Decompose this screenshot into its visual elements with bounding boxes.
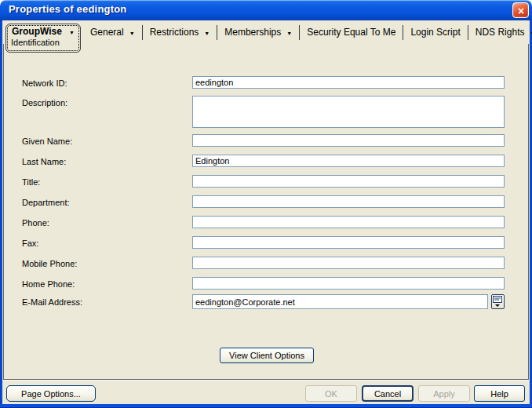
field-label-mobile-phone: Mobile Phone: xyxy=(22,259,77,268)
fax-input[interactable] xyxy=(192,236,505,249)
panel-divider-highlight xyxy=(3,380,529,381)
properties-dialog: Properties of eedington × GroupWise ▼ Id… xyxy=(0,0,532,408)
tab-nds-rights[interactable]: NDS Rights ▼ xyxy=(468,27,532,38)
close-icon: × xyxy=(518,5,524,17)
email-options-button[interactable] xyxy=(491,294,505,309)
page-options-button[interactable]: Page Options... xyxy=(6,385,96,402)
tab-general[interactable]: General ▼ xyxy=(83,27,142,38)
tab-security-equal-to-me-label: Security Equal To Me xyxy=(307,27,395,38)
window-frame-left xyxy=(0,20,2,408)
field-label-title: Title: xyxy=(22,177,40,187)
tab-groupwise-label: GroupWise xyxy=(12,26,62,37)
tab-groupwise[interactable]: GroupWise ▼ Identification xyxy=(5,24,81,53)
field-label-given-name: Given Name: xyxy=(22,137,72,146)
tab-login-script-label: Login Script xyxy=(410,27,460,38)
window-title: Properties of eedington xyxy=(9,3,127,15)
mobile-phone-input[interactable] xyxy=(192,257,505,269)
tab-security-equal-to-me[interactable]: Security Equal To Me xyxy=(300,27,403,38)
field-label-home-phone: Home Phone: xyxy=(22,279,75,289)
chevron-down-icon: ▼ xyxy=(129,31,135,36)
tab-memberships-label: Memberships xyxy=(224,27,281,38)
tab-restrictions-label: Restrictions xyxy=(150,27,199,38)
tab-strip: General ▼ Restrictions ▼ Memberships ▼ S… xyxy=(83,24,529,41)
tab-sublabel-identification: Identification xyxy=(10,38,76,47)
home-phone-input[interactable] xyxy=(192,277,505,290)
titlebar[interactable]: Properties of eedington × xyxy=(0,0,532,20)
chevron-down-icon: ▼ xyxy=(69,30,75,35)
tab-login-script[interactable]: Login Script xyxy=(403,27,467,38)
chevron-down-icon: ▼ xyxy=(286,31,292,36)
field-label-last-name: Last Name: xyxy=(22,157,66,166)
given-name-input[interactable] xyxy=(192,134,505,147)
tab-restrictions[interactable]: Restrictions ▼ xyxy=(143,27,217,38)
department-input[interactable] xyxy=(192,195,505,208)
email-address-input[interactable] xyxy=(192,294,488,309)
field-label-network-id: Network ID: xyxy=(22,78,67,88)
last-name-input[interactable] xyxy=(192,155,505,167)
field-label-department: Department: xyxy=(22,198,70,207)
view-client-options-button[interactable]: View Client Options xyxy=(220,348,314,363)
window-frame-bottom xyxy=(0,404,532,408)
field-label-fax: Fax: xyxy=(22,239,38,248)
network-id-input[interactable] xyxy=(192,76,505,89)
help-button[interactable]: Help xyxy=(474,385,525,402)
tab-general-label: General xyxy=(90,27,124,38)
field-label-phone: Phone: xyxy=(22,218,49,228)
close-button[interactable]: × xyxy=(512,2,529,18)
cancel-button[interactable]: Cancel xyxy=(362,385,414,402)
field-label-description: Description: xyxy=(22,98,67,107)
title-input[interactable] xyxy=(192,175,505,188)
tab-nds-rights-label: NDS Rights xyxy=(476,27,525,38)
apply-button[interactable]: Apply xyxy=(418,385,470,402)
page-panel xyxy=(3,44,529,380)
field-label-email-address: E-Mail Address: xyxy=(22,297,82,307)
list-dropdown-icon xyxy=(493,296,503,308)
tab-memberships[interactable]: Memberships ▼ xyxy=(217,27,299,38)
phone-input[interactable] xyxy=(192,216,505,228)
ok-button[interactable]: OK xyxy=(305,385,357,402)
chevron-down-icon: ▼ xyxy=(204,31,210,36)
description-input[interactable] xyxy=(192,96,505,128)
